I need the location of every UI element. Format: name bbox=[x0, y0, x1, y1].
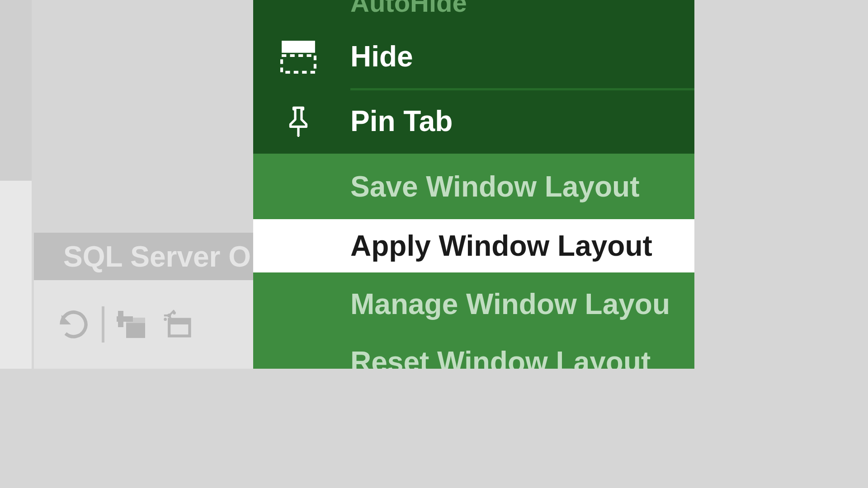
pin-icon bbox=[278, 101, 319, 141]
menu-label: Reset Window Layout bbox=[350, 345, 651, 369]
menu-item-save-layout[interactable]: Save Window Layout bbox=[253, 154, 694, 219]
toolbar bbox=[34, 280, 255, 369]
menu-label: Hide bbox=[350, 40, 413, 73]
background-panel: SQL Server O bbox=[0, 0, 253, 369]
new-query-icon[interactable] bbox=[161, 308, 195, 342]
menu-separator bbox=[350, 88, 694, 90]
menu-label: Pin Tab bbox=[350, 104, 453, 138]
side-panel-light bbox=[0, 181, 32, 369]
hide-icon bbox=[278, 36, 319, 77]
svg-rect-10 bbox=[282, 56, 315, 72]
toolbar-separator bbox=[102, 306, 104, 343]
svg-rect-9 bbox=[282, 41, 315, 53]
svg-point-8 bbox=[164, 318, 167, 321]
menu-item-apply-layout[interactable]: Apply Window Layout bbox=[253, 219, 694, 272]
window-menu: AutoHide Hide Pin Tab Save Window Layout… bbox=[253, 0, 694, 369]
side-strip bbox=[0, 0, 32, 369]
menu-label: Manage Window Layou bbox=[350, 287, 670, 321]
new-database-icon[interactable] bbox=[116, 308, 150, 342]
menu-item-hide[interactable]: Hide bbox=[253, 25, 694, 88]
panel-header: SQL Server O bbox=[34, 233, 255, 280]
menu-label: Save Window Layout bbox=[350, 170, 640, 203]
panel-title: SQL Server O bbox=[63, 240, 251, 273]
svg-rect-3 bbox=[117, 316, 133, 322]
refresh-icon[interactable] bbox=[57, 308, 90, 342]
menu-label: Apply Window Layout bbox=[350, 229, 652, 263]
menu-label: AutoHide bbox=[350, 0, 467, 18]
menu-item-autohide[interactable]: AutoHide bbox=[253, 0, 694, 25]
menu-item-reset-layout[interactable]: Reset Window Layout bbox=[253, 336, 694, 369]
menu-item-manage-layout[interactable]: Manage Window Layou bbox=[253, 272, 694, 336]
menu-item-pin-tab[interactable]: Pin Tab bbox=[253, 88, 694, 154]
